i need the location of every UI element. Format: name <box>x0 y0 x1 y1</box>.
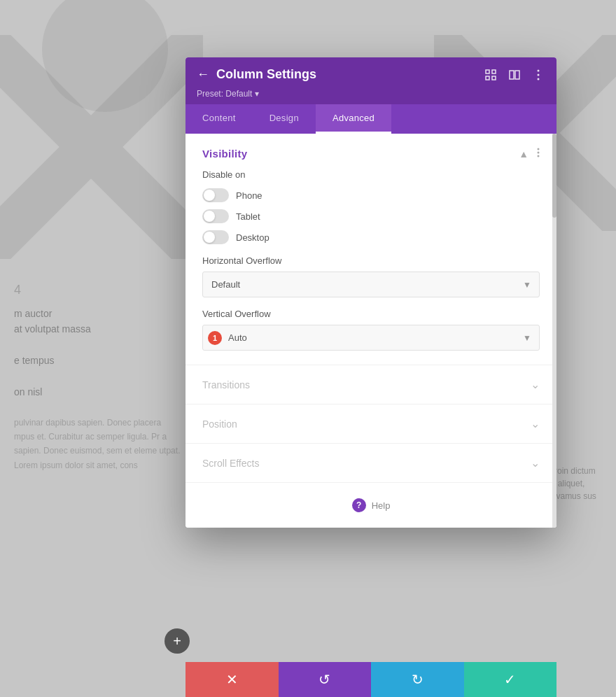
phone-toggle[interactable] <box>202 188 229 202</box>
desktop-toggle-row: Desktop <box>202 230 540 244</box>
modal-title: Column Settings <box>216 67 316 82</box>
vertical-select-wrapper: Default Hidden Scroll Auto Visible ▼ <box>202 325 540 351</box>
visibility-content: Disable on Phone Tablet Desktop <box>186 169 556 365</box>
split-view-icon[interactable] <box>507 68 522 82</box>
scroll-effects-chevron: ⌄ <box>531 456 540 470</box>
svg-point-14 <box>538 152 540 154</box>
preset-arrow: ▾ <box>255 89 259 99</box>
scroll-effects-header[interactable]: Scroll Effects ⌄ <box>186 444 556 482</box>
save-icon: ✓ <box>504 671 516 688</box>
position-title: Position <box>202 418 237 430</box>
position-chevron: ⌄ <box>531 417 540 430</box>
modal-preset-row: Preset: Default ▾ <box>197 89 545 104</box>
more-options-icon[interactable] <box>531 68 545 82</box>
redo-icon: ↻ <box>412 671 424 688</box>
modal-title-icons <box>484 68 545 82</box>
visibility-title: Visibility <box>202 148 247 160</box>
fullscreen-icon[interactable] <box>484 68 498 82</box>
disable-on-label: Disable on <box>202 169 540 180</box>
scrollbar-thumb[interactable] <box>552 134 556 218</box>
tablet-label: Tablet <box>236 211 260 222</box>
vertical-overflow-select[interactable]: Default Hidden Scroll Auto Visible <box>202 325 540 351</box>
transitions-chevron: ⌄ <box>531 378 540 391</box>
transitions-section: Transitions ⌄ <box>186 365 556 404</box>
undo-icon: ↺ <box>318 671 330 688</box>
svg-rect-4 <box>486 70 489 73</box>
vertical-overflow-group: Vertical Overflow 1 Default Hidden Scrol… <box>202 309 540 351</box>
tablet-toggle-row: Tablet <box>202 209 540 223</box>
delete-icon: ✕ <box>226 671 238 688</box>
position-header[interactable]: Position ⌄ <box>186 404 556 443</box>
svg-rect-8 <box>510 71 514 79</box>
visibility-section-header: Visibility ▲ <box>186 134 556 169</box>
help-label: Help <box>372 500 391 511</box>
preset-label: Preset: Default <box>197 89 252 99</box>
phone-toggle-row: Phone <box>202 188 540 202</box>
vertical-overflow-wrapper: 1 Default Hidden Scroll Auto Visible ▼ <box>202 325 540 351</box>
redo-button[interactable]: ↻ <box>371 662 464 697</box>
modal-title-left: ← Column Settings <box>197 67 316 82</box>
horizontal-overflow-wrapper: Default Hidden Scroll Auto Visible ▼ <box>202 272 540 297</box>
fab-icon: + <box>173 633 181 649</box>
desktop-label: Desktop <box>236 232 270 243</box>
horizontal-overflow-select[interactable]: Default Hidden Scroll Auto Visible <box>202 272 540 297</box>
tab-design[interactable]: Design <box>253 104 316 134</box>
svg-rect-7 <box>492 76 496 80</box>
collapse-icon[interactable]: ▲ <box>519 148 528 160</box>
tab-advanced[interactable]: Advanced <box>316 104 391 134</box>
horizontal-overflow-label: Horizontal Overflow <box>202 255 540 266</box>
scrollbar-track <box>552 134 556 528</box>
undo-button[interactable]: ↺ <box>279 662 372 697</box>
svg-point-13 <box>538 148 540 150</box>
svg-rect-9 <box>515 71 519 79</box>
position-section: Position ⌄ <box>186 404 556 444</box>
horizontal-overflow-group: Horizontal Overflow Default Hidden Scrol… <box>202 255 540 297</box>
overflow-badge: 1 <box>208 331 222 345</box>
tablet-toggle[interactable] <box>202 209 229 223</box>
add-fab-button[interactable]: + <box>164 628 190 654</box>
bottom-toolbar: ✕ ↺ ↻ ✓ <box>186 662 556 697</box>
modal-body: Visibility ▲ Disable on <box>186 134 556 528</box>
transitions-title: Transitions <box>202 379 250 390</box>
save-button[interactable]: ✓ <box>464 662 557 697</box>
modal-header: ← Column Settings <box>186 57 556 104</box>
svg-point-15 <box>538 155 540 157</box>
help-row[interactable]: ? Help <box>186 483 556 528</box>
svg-point-12 <box>538 78 540 80</box>
column-settings-modal: ← Column Settings <box>186 57 556 528</box>
modal-tabs: Content Design Advanced <box>186 104 556 134</box>
section-more-icon[interactable] <box>537 148 540 160</box>
tab-content[interactable]: Content <box>186 104 253 134</box>
modal-title-row: ← Column Settings <box>197 67 545 82</box>
svg-point-10 <box>538 69 540 71</box>
vertical-overflow-label: Vertical Overflow <box>202 309 540 319</box>
svg-point-11 <box>538 73 540 76</box>
scroll-effects-title: Scroll Effects <box>202 458 259 469</box>
svg-rect-5 <box>492 70 496 73</box>
transitions-header[interactable]: Transitions ⌄ <box>186 365 556 404</box>
back-button[interactable]: ← <box>197 67 209 82</box>
scroll-effects-section: Scroll Effects ⌄ <box>186 444 556 483</box>
phone-label: Phone <box>236 190 262 201</box>
section-controls: ▲ <box>519 148 540 160</box>
desktop-toggle[interactable] <box>202 230 229 244</box>
visibility-section: Visibility ▲ Disable on <box>186 134 556 365</box>
delete-button[interactable]: ✕ <box>186 662 279 697</box>
help-icon: ? <box>352 498 366 512</box>
svg-rect-6 <box>486 76 489 80</box>
preset-dropdown[interactable]: Preset: Default ▾ <box>197 89 545 99</box>
